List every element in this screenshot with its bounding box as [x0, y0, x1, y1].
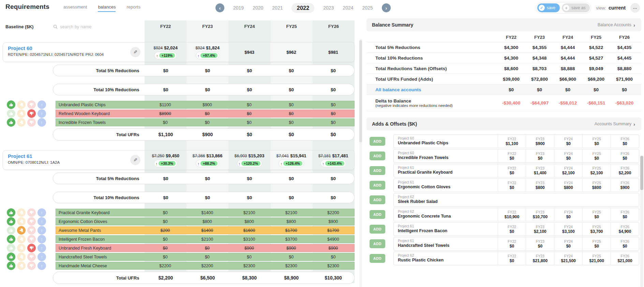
- add-offset-card[interactable]: Project 62 Rustic Plastic Chicken FY22 $…: [393, 252, 639, 265]
- item-fy-label: FY23: [536, 239, 544, 243]
- year-option[interactable]: 2021: [272, 5, 283, 11]
- project-name[interactable]: Project 60: [8, 45, 140, 51]
- promote-button[interactable]: [38, 235, 46, 243]
- thumbs-up-button[interactable]: [7, 261, 15, 270]
- thumbs-sideways-button[interactable]: [17, 109, 26, 118]
- add-offset-card[interactable]: Project 61 Handcrafted Steel Towels FY22…: [393, 237, 639, 251]
- thumbs-down-button[interactable]: [27, 109, 36, 118]
- line-items: Unbranded Plastic Chips $1100$900$0$0$0: [3, 101, 355, 126]
- search-input[interactable]: [60, 24, 121, 29]
- add-offset-card[interactable]: Project 60 Unbranded Plastic Chips FY22 …: [393, 134, 639, 148]
- left-scrollbar-thumb[interactable]: [359, 40, 362, 142]
- thumbs-down-button[interactable]: [27, 253, 36, 261]
- line-item-bar[interactable]: Refined Wooden Keyboard $8900$0$0$0$0: [56, 110, 355, 117]
- line-item-bar[interactable]: Awesome Metal Pants $200$1400$1600$1700$…: [56, 226, 355, 234]
- next-year-button[interactable]: [382, 3, 391, 12]
- line-item-bar[interactable]: Practical Granite Keyboard $0$1400$2100$…: [56, 209, 355, 217]
- thumbs-sideways-button[interactable]: [17, 244, 26, 252]
- view-selector[interactable]: view: current: [596, 5, 626, 11]
- thumbs-up-button[interactable]: [7, 253, 15, 261]
- line-item-bar[interactable]: Handmade Metal Cheese $2200$2200$2300$23…: [56, 262, 355, 270]
- project-name[interactable]: Project 61: [8, 153, 140, 159]
- thumbs-down-button[interactable]: [27, 226, 36, 235]
- thumbs-sideways-button[interactable]: [17, 261, 26, 270]
- tab[interactable]: balances: [98, 4, 116, 12]
- year-option[interactable]: 2020: [253, 5, 263, 11]
- thumbs-sideways-button[interactable]: [17, 118, 26, 127]
- balance-summary-row: Total Reductions Taken (Offsets) $8,600$…: [366, 63, 641, 74]
- promote-button[interactable]: [38, 100, 46, 109]
- add-offset-card[interactable]: Project 61 Intelligent Frozen Bacon FY22…: [393, 222, 639, 236]
- year-option[interactable]: 2023: [323, 5, 334, 11]
- promote-button[interactable]: [38, 118, 46, 127]
- add-button[interactable]: ADD: [370, 254, 385, 263]
- save-as-button[interactable]: save as: [562, 3, 590, 12]
- thumbs-sideways-button[interactable]: [17, 226, 26, 235]
- thumbs-up-button[interactable]: [7, 226, 15, 235]
- year-option[interactable]: 2022: [291, 3, 314, 13]
- thumbs-up-button[interactable]: [7, 244, 15, 252]
- add-offset-card[interactable]: Project 62 Sleek Rubber Salad: [393, 193, 639, 207]
- thumbs-down-button[interactable]: [27, 261, 36, 270]
- change-badge: +30.3%: [154, 160, 177, 167]
- add-button[interactable]: ADD: [370, 195, 385, 204]
- add-button[interactable]: ADD: [370, 137, 385, 146]
- promote-button[interactable]: [38, 217, 46, 226]
- thumbs-down-button[interactable]: [27, 100, 36, 109]
- thumbs-sideways-button[interactable]: [17, 235, 26, 243]
- accounts-summary-link[interactable]: Accounts Summary: [595, 121, 635, 127]
- thumbs-up-button[interactable]: [7, 109, 15, 118]
- thumbs-down-button[interactable]: [27, 235, 36, 243]
- year-option[interactable]: 2025: [362, 5, 373, 11]
- line-item-bar[interactable]: Ergonomic Cotton Gloves $0$800$800$800$9…: [56, 218, 355, 225]
- line-item-bar[interactable]: Incredible Frozen Towels $0$0$0$0$0: [56, 118, 355, 126]
- add-offset-card[interactable]: Project 62 Ergonomic Concrete Tuna FY22 …: [393, 208, 639, 221]
- add-offset-card[interactable]: Project 61 Ergonomic Cotton Gloves FY22 …: [393, 178, 639, 192]
- add-button[interactable]: ADD: [370, 166, 385, 175]
- line-item-bar[interactable]: Intelligent Frozen Bacon $0$2100$3100$37…: [56, 235, 355, 243]
- add-button[interactable]: ADD: [370, 210, 385, 219]
- item-fy-value: $2,100: [590, 171, 603, 175]
- year-option[interactable]: 2024: [343, 5, 353, 11]
- add-button[interactable]: ADD: [370, 152, 385, 160]
- year-option[interactable]: 2019: [233, 5, 244, 11]
- add-offset-item: ADD Project 60 Incredible Frozen Towels …: [366, 149, 639, 163]
- right-scrollbar-thumb[interactable]: [640, 156, 643, 190]
- add-button[interactable]: ADD: [370, 239, 385, 248]
- project-fy-cell: $7,041$15,941 +126.4%: [270, 150, 312, 170]
- add-button[interactable]: ADD: [370, 225, 385, 234]
- line-item-bar[interactable]: Unbranded Plastic Chips $1100$900$0$0$0: [56, 101, 355, 109]
- promote-button[interactable]: [38, 226, 46, 235]
- promote-button[interactable]: [38, 109, 46, 118]
- promote-button[interactable]: [38, 261, 46, 270]
- thumbs-sideways-button[interactable]: [17, 100, 26, 109]
- thumbs-down-button[interactable]: [27, 244, 36, 252]
- prev-year-button[interactable]: [215, 3, 224, 12]
- thumbs-down-button[interactable]: [27, 208, 36, 217]
- thumbs-down-button[interactable]: [27, 118, 36, 127]
- tab[interactable]: reports: [126, 4, 140, 12]
- thumbs-up-button[interactable]: [7, 100, 15, 109]
- thumbs-up-button[interactable]: [7, 208, 15, 217]
- thumbs-up-button[interactable]: [7, 217, 15, 226]
- thumbs-up-button[interactable]: [7, 118, 15, 127]
- thumbs-down-button[interactable]: [27, 217, 36, 226]
- more-options-button[interactable]: [630, 3, 640, 13]
- promote-button[interactable]: [38, 208, 46, 217]
- baseline-new-value: $13,866: [207, 153, 223, 158]
- thumbs-up-button[interactable]: [7, 235, 15, 243]
- add-offset-card[interactable]: Project 60 Incredible Frozen Towels FY22…: [393, 149, 639, 163]
- balance-accounts-link[interactable]: Balance Accounts: [598, 22, 635, 28]
- add-button[interactable]: ADD: [370, 181, 385, 190]
- line-item-bar[interactable]: Handcrafted Steel Towels $0$0$0$0$0: [56, 253, 355, 261]
- add-offset-card[interactable]: Project 61 Practical Granite Keyboard FY…: [393, 164, 639, 177]
- line-item-bar[interactable]: Unbranded Fresh Keyboard $0$0$900$900$90…: [56, 244, 355, 252]
- save-button[interactable]: save: [537, 3, 560, 12]
- thumbs-sideways-button[interactable]: [17, 208, 26, 217]
- thumbs-sideways-button[interactable]: [17, 217, 26, 226]
- promote-button[interactable]: [38, 253, 46, 261]
- promote-button[interactable]: [38, 244, 46, 252]
- thumbs-sideways-button[interactable]: [17, 253, 26, 261]
- line-item-value: $3100: [228, 237, 270, 242]
- tab[interactable]: assessment: [63, 4, 87, 12]
